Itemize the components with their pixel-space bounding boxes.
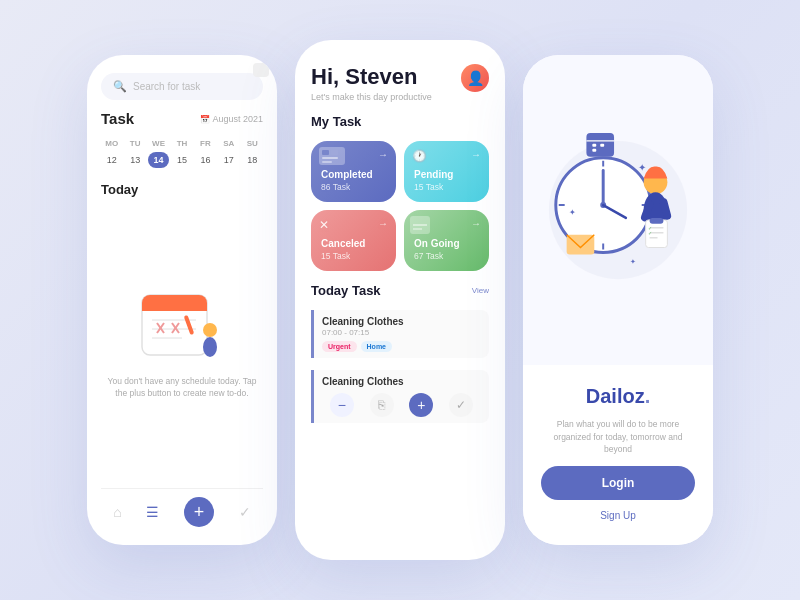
cal-day-13[interactable]: 13 <box>124 152 145 168</box>
task-2-name: Cleaning Clothes <box>322 376 481 387</box>
app-name: Dailoz <box>586 385 645 407</box>
svg-rect-2 <box>142 303 207 311</box>
ongoing-arrow-icon: → <box>471 218 481 229</box>
svg-point-10 <box>203 323 217 337</box>
day-label-sa: SA <box>218 137 239 150</box>
completed-arrow-icon: → <box>378 149 388 160</box>
no-schedule-text: You don't have any schedule today. Tap t… <box>101 376 263 400</box>
greeting-row: Hi, Steven Let's make this day productiv… <box>311 64 489 102</box>
task-card-completed[interactable]: → Completed 86 Task <box>311 141 396 202</box>
task-card-canceled[interactable]: → ✕ Canceled 15 Task <box>311 210 396 271</box>
minus-icon[interactable]: − <box>330 393 354 417</box>
copy-icon[interactable]: ⎘ <box>370 393 394 417</box>
task-card-ongoing[interactable]: → On Going 67 Task <box>404 210 489 271</box>
svg-text:✦: ✦ <box>638 161 646 172</box>
tick-icon[interactable]: ✓ <box>449 393 473 417</box>
phone-2: Hi, Steven Let's make this day productiv… <box>295 40 505 560</box>
canceled-card-title: Canceled <box>321 238 386 249</box>
svg-rect-14 <box>322 150 329 155</box>
add-item-button[interactable]: + <box>409 393 433 417</box>
illustration-area: ✓ ✓ ✦ ✦ ✦ <box>523 55 713 365</box>
cal-day-16[interactable]: 16 <box>195 152 216 168</box>
login-button[interactable]: Login <box>541 466 695 500</box>
svg-rect-34 <box>592 149 596 152</box>
today-label: Today <box>101 182 263 197</box>
onboarding-bottom: Dailoz. Plan what you will do to be more… <box>523 365 713 545</box>
tag-urgent: Urgent <box>322 341 357 352</box>
day-label-tu: TU <box>124 137 145 150</box>
view-all-link[interactable]: View <box>472 286 489 295</box>
day-label-su: SU <box>242 137 263 150</box>
cal-day-14[interactable]: 14 <box>148 152 169 168</box>
canceled-card-count: 15 Task <box>321 251 386 261</box>
bottom-nav: ⌂ ☰ + ✓ <box>101 488 263 531</box>
today-task-header: Today Task View <box>311 283 489 298</box>
cal-day-18[interactable]: 18 <box>242 152 263 168</box>
svg-rect-33 <box>600 144 604 147</box>
tasks-grid: → Completed 86 Task → 🕐 Pending 15 Task … <box>311 141 489 271</box>
app-dot: . <box>645 385 651 407</box>
app-name-row: Dailoz. <box>586 385 650 408</box>
onboarding-illustration-svg: ✓ ✓ ✦ ✦ ✦ <box>539 110 697 310</box>
month-label: 📅 August 2021 <box>200 114 263 124</box>
pending-clock-icon: 🕐 <box>412 149 427 163</box>
camera-icon[interactable] <box>253 63 269 77</box>
calendar-illustration-svg <box>132 285 232 370</box>
day-label-th: TH <box>171 137 192 150</box>
day-label-mo: MO <box>101 137 122 150</box>
task-title: Task <box>101 110 134 127</box>
search-icon: 🔍 <box>113 80 127 93</box>
task-actions: − ⎘ + ✓ <box>322 393 481 417</box>
signup-link[interactable]: Sign Up <box>600 510 636 521</box>
list-nav-icon[interactable]: ☰ <box>146 504 159 520</box>
pending-card-count: 15 Task <box>414 182 479 192</box>
calendar-grid: MO TU WE TH FR SA SU 12 13 14 15 16 17 1… <box>101 137 263 168</box>
phone-3: ✓ ✓ ✦ ✦ ✦ Dailoz. Plan what you will do … <box>523 55 713 545</box>
greeting-block: Hi, Steven Let's make this day productiv… <box>311 64 432 102</box>
svg-rect-16 <box>322 157 338 159</box>
cal-day-12[interactable]: 12 <box>101 152 122 168</box>
home-nav-icon[interactable]: ⌂ <box>113 504 121 520</box>
day-label-we: WE <box>148 137 169 150</box>
calendar-header: Task 📅 August 2021 <box>101 110 263 127</box>
app-subtitle: Plan what you will do to be more organiz… <box>541 418 695 456</box>
task-1-tags: Urgent Home <box>322 341 481 352</box>
check-nav-icon[interactable]: ✓ <box>239 504 251 520</box>
task-1-time: 07:00 - 07:15 <box>322 328 481 337</box>
svg-text:✓: ✓ <box>648 231 652 236</box>
task-item-1[interactable]: Cleaning Clothes 07:00 - 07:15 Urgent Ho… <box>311 310 489 358</box>
add-task-button[interactable]: + <box>184 497 214 527</box>
today-task-title: Today Task <box>311 283 381 298</box>
canceled-arrow-icon: → <box>378 218 388 229</box>
phone-1: 🔍 Search for task Task 📅 August 2021 MO … <box>87 55 277 545</box>
day-label-fr: FR <box>195 137 216 150</box>
svg-rect-40 <box>650 218 664 224</box>
svg-rect-15 <box>331 150 338 155</box>
svg-rect-32 <box>592 144 596 147</box>
ongoing-card-title: On Going <box>414 238 479 249</box>
completed-card-title: Completed <box>321 169 386 180</box>
svg-text:✦: ✦ <box>569 208 576 217</box>
my-task-title: My Task <box>311 114 489 129</box>
ongoing-card-icon <box>410 216 434 238</box>
greeting-name: Hi, Steven <box>311 64 432 90</box>
cal-day-17[interactable]: 17 <box>218 152 239 168</box>
search-placeholder: Search for task <box>133 81 200 92</box>
ongoing-card-count: 67 Task <box>414 251 479 261</box>
tag-home: Home <box>361 341 392 352</box>
svg-rect-30 <box>586 133 614 157</box>
pending-card-title: Pending <box>414 169 479 180</box>
greeting-subtitle: Let's make this day productive <box>311 92 432 102</box>
task-card-pending[interactable]: → 🕐 Pending 15 Task <box>404 141 489 202</box>
task-item-2[interactable]: Cleaning Clothes − ⎘ + ✓ <box>311 370 489 423</box>
today-illustration: You don't have any schedule today. Tap t… <box>101 207 263 478</box>
svg-text:✦: ✦ <box>630 258 636 265</box>
pending-arrow-icon: → <box>471 149 481 160</box>
svg-rect-17 <box>322 161 332 163</box>
canceled-x-icon: ✕ <box>319 218 329 232</box>
svg-point-11 <box>203 337 217 357</box>
search-bar[interactable]: 🔍 Search for task <box>101 73 263 100</box>
completed-card-count: 86 Task <box>321 182 386 192</box>
user-avatar[interactable]: 👤 <box>461 64 489 92</box>
cal-day-15[interactable]: 15 <box>171 152 192 168</box>
